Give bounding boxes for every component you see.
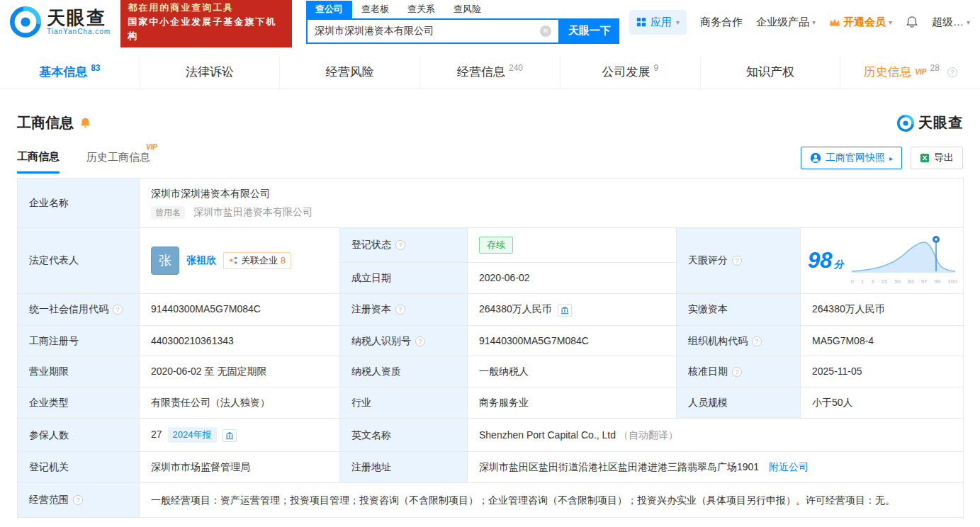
status-badge: 存续 bbox=[479, 237, 513, 254]
search-tab-risk[interactable]: 查风险 bbox=[444, 1, 490, 18]
label-text: 注册资本 bbox=[351, 303, 391, 314]
help-icon[interactable]: ? bbox=[395, 240, 405, 250]
table-row: 工商注册号 440300210361343 纳税人识别号? 91440300MA… bbox=[18, 325, 964, 356]
help-icon[interactable]: ? bbox=[752, 336, 762, 346]
industry-label: 行业 bbox=[340, 387, 468, 419]
label-text: 登记机关 bbox=[29, 461, 69, 472]
company-type-value: 有限责任公司（法人独资） bbox=[140, 387, 340, 419]
subtab-business-info[interactable]: 工商信息 bbox=[17, 150, 60, 174]
tab-basic-info[interactable]: 基本信息 83 bbox=[0, 55, 140, 89]
paid-capital-value: 264380万人民币 bbox=[801, 293, 964, 325]
link-business-cooperation[interactable]: 商务合作 bbox=[700, 16, 743, 29]
subtab-row: 工商信息 历史工商信息 VIP 工商官网快照 ▸ 导出 bbox=[17, 144, 963, 172]
tab-intellectual-property[interactable]: 知识产权 bbox=[700, 55, 840, 89]
bank-icon[interactable] bbox=[558, 304, 572, 317]
tab-operating-risk[interactable]: 经营风险 bbox=[279, 55, 419, 89]
related-company-tag[interactable]: 关联企业 8 bbox=[223, 252, 291, 269]
former-name-tag: 曾用名 bbox=[151, 206, 185, 219]
watermark-brand-name: 天眼查 bbox=[918, 113, 963, 132]
apps-button[interactable]: 应用 ▾ bbox=[629, 10, 687, 35]
label-text: 核准日期 bbox=[688, 366, 728, 377]
tab-operating-info[interactable]: 经营信息 240 bbox=[419, 55, 560, 89]
company-name-value: 深圳市深圳港资本有限公司 bbox=[151, 187, 952, 200]
excel-icon bbox=[920, 153, 930, 163]
announcement-bell-icon[interactable] bbox=[79, 117, 91, 129]
chevron-down-icon: ▾ bbox=[812, 18, 816, 26]
subtab-label: 工商信息 bbox=[17, 150, 60, 162]
score-axis: 013 155083 9799100 bbox=[850, 278, 957, 286]
help-icon[interactable]: ? bbox=[113, 305, 123, 314]
tianyancha-logo[interactable]: 天眼查 TianYanCha.com bbox=[10, 6, 111, 38]
tab-label: 历史信息 bbox=[863, 64, 911, 80]
help-icon[interactable]: ? bbox=[947, 67, 957, 77]
label-text: 成立日期 bbox=[351, 272, 391, 283]
promo-line-2: 国家中小企业发展子基金旗下机构 bbox=[128, 15, 285, 43]
help-icon[interactable]: ? bbox=[73, 495, 83, 505]
insured-cell: 272024年报 bbox=[140, 419, 340, 452]
bank-icon[interactable] bbox=[223, 429, 237, 442]
search-button[interactable]: 天眼一下 bbox=[560, 18, 619, 44]
tab-label: 经营风险 bbox=[326, 64, 374, 80]
business-term-value: 2020-06-02 至 无固定期限 bbox=[140, 356, 340, 387]
status-cell: 存续 bbox=[468, 228, 677, 263]
reg-number-label: 工商注册号 bbox=[18, 325, 140, 356]
search-area: 查公司 查老板 查关系 查风险 ✕ 天眼一下 bbox=[306, 1, 619, 44]
tab-count: 9 bbox=[653, 63, 658, 73]
promo-banner: 都在用的商业查询工具 国家中小企业发展子基金旗下机构 bbox=[120, 0, 292, 47]
search-input[interactable] bbox=[315, 26, 540, 37]
nearby-company-link[interactable]: 附近公司 bbox=[769, 461, 809, 472]
taxpayer-quality-value: 一般纳税人 bbox=[468, 356, 677, 387]
tab-company-development[interactable]: 公司发展 9 bbox=[560, 55, 700, 89]
label-text: 行业 bbox=[351, 397, 371, 408]
credit-code-value: 91440300MA5G7M084C bbox=[140, 293, 340, 325]
label-text: 纳税人资质 bbox=[351, 366, 401, 377]
search-tab-relation[interactable]: 查关系 bbox=[398, 1, 444, 18]
export-label: 导出 bbox=[934, 152, 954, 164]
tab-history-info[interactable]: 历史信息VIP 28 ? bbox=[840, 55, 980, 89]
reg-number-value: 440300210361343 bbox=[140, 325, 340, 356]
subtab-history-business-info[interactable]: 历史工商信息 VIP bbox=[86, 151, 150, 172]
notification-bell-icon[interactable] bbox=[906, 16, 918, 28]
related-network-icon bbox=[229, 256, 238, 265]
label-text: 英文名称 bbox=[351, 429, 391, 441]
tianyancha-logo-icon bbox=[897, 115, 914, 132]
label-text: 统一社会信用代码 bbox=[29, 303, 108, 314]
table-row: 登记机关 深圳市市场监督管理局 注册地址 深圳市盐田区盐田街道沿港社区盐田港进港… bbox=[18, 451, 964, 482]
open-vip-label: 开通会员 bbox=[843, 16, 886, 29]
help-icon[interactable]: ? bbox=[732, 367, 742, 377]
search-tab-boss[interactable]: 查老板 bbox=[352, 1, 398, 18]
legal-rep-label: 法定代表人 bbox=[18, 228, 140, 293]
export-button[interactable]: 导出 bbox=[911, 147, 963, 169]
business-scope-value: 一般经营项目：资产运营管理；投资项目管理；投资咨询（不含限制项目）；企业管理咨询… bbox=[140, 482, 964, 518]
legal-rep-avatar[interactable]: 张 bbox=[151, 246, 179, 275]
link-enterprise-product[interactable]: 企业级产品 ▾ bbox=[756, 16, 816, 29]
help-icon[interactable]: ? bbox=[415, 336, 425, 346]
official-snapshot-button[interactable]: 工商官网快照 ▸ bbox=[801, 147, 902, 169]
reg-address-label: 注册地址 bbox=[340, 451, 468, 482]
status-label: 登记状态? bbox=[340, 228, 468, 263]
search-tab-company[interactable]: 查公司 bbox=[306, 1, 352, 18]
tab-count: 83 bbox=[91, 63, 100, 73]
business-term-label: 营业期限 bbox=[18, 356, 140, 387]
staff-size-value: 小于50人 bbox=[801, 387, 964, 419]
english-name-label: 英文名称 bbox=[340, 419, 468, 452]
table-row: 法定代表人 张 张祖欣 关联企业 8 登记状态? bbox=[18, 228, 964, 263]
company-section-tabs: 基本信息 83 法律诉讼 经营风险 经营信息 240 公司发展 9 知识产权 历… bbox=[0, 55, 980, 89]
score-chart: 013 155083 9799100 bbox=[850, 234, 957, 286]
search-box: ✕ bbox=[306, 18, 560, 44]
reg-capital-cell: 264380万人民币 bbox=[468, 293, 677, 325]
reg-authority-value: 深圳市市场监督管理局 bbox=[140, 451, 340, 482]
annual-report-tag[interactable]: 2024年报 bbox=[168, 427, 217, 443]
link-super-vip[interactable]: 超级… ▾ bbox=[932, 16, 970, 29]
brand-domain: TianYanCha.com bbox=[47, 28, 111, 35]
tab-label: 经营信息 bbox=[457, 64, 505, 80]
english-name-cell: Shenzhen Port Capital Co., Ltd （自动翻译） bbox=[468, 419, 964, 452]
clear-icon[interactable]: ✕ bbox=[540, 26, 551, 37]
help-icon[interactable]: ? bbox=[732, 256, 742, 266]
legal-rep-name-link[interactable]: 张祖欣 bbox=[186, 254, 216, 267]
table-row: 经营范围? 一般经营项目：资产运营管理；投资项目管理；投资咨询（不含限制项目）；… bbox=[18, 482, 964, 518]
org-code-label: 组织机构代码? bbox=[677, 325, 801, 356]
open-vip-button[interactable]: 开通会员 ▾ bbox=[829, 16, 892, 29]
tab-legal-proceedings[interactable]: 法律诉讼 bbox=[140, 55, 280, 89]
help-icon[interactable]: ? bbox=[395, 305, 405, 314]
